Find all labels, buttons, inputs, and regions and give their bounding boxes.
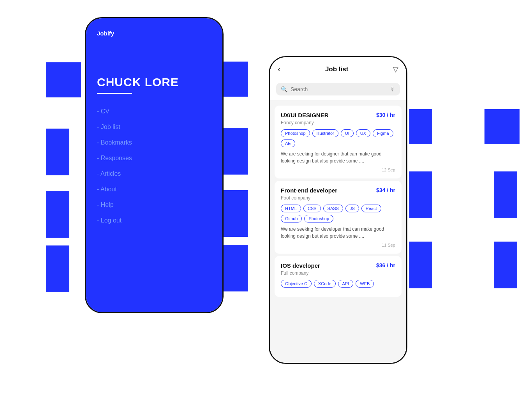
tag-xcode[interactable]: XCode bbox=[314, 280, 336, 288]
left-phone: Jobify CHUCK LORE - CV - Job list - Book… bbox=[85, 17, 224, 313]
menu-bookmarks[interactable]: - Bookmarks bbox=[97, 139, 211, 146]
job-list-header: ‹ Job list ▽ bbox=[270, 57, 406, 80]
menu-about[interactable]: - About bbox=[97, 186, 211, 193]
tag-sass[interactable]: SASS bbox=[323, 205, 343, 212]
job-title-1: UX/UI DESIGNER bbox=[281, 112, 329, 118]
job-company-2: Foot company bbox=[281, 195, 395, 201]
tag-html[interactable]: HTML bbox=[281, 205, 301, 212]
job-rate-2: $34 / hr bbox=[376, 187, 395, 193]
tag-api[interactable]: API bbox=[338, 280, 354, 288]
deco-sq14 bbox=[494, 242, 517, 288]
deco-sq12 bbox=[484, 109, 520, 144]
right-phone: ‹ Job list ▽ 🔍 🎙 UX/UI DESIGNER $30 / hr… bbox=[269, 56, 407, 364]
deco-sq3 bbox=[46, 191, 69, 238]
menu-help[interactable]: - Help bbox=[97, 201, 211, 208]
tag-photoshop2[interactable]: Photoshop bbox=[304, 215, 333, 222]
job-card-2[interactable]: Front-end developer $34 / hr Foot compan… bbox=[275, 181, 402, 254]
deco-sq2 bbox=[46, 129, 69, 175]
deco-sq7 bbox=[224, 190, 248, 237]
tag-ux[interactable]: UX bbox=[356, 129, 370, 137]
job-desc-2: We are seeking for developer that can ma… bbox=[281, 226, 395, 240]
job-desc-1: We are seeking for designer that can mak… bbox=[281, 150, 395, 164]
job-card-1[interactable]: UX/UI DESIGNER $30 / hr Fancy company Ph… bbox=[275, 106, 402, 178]
tag-photoshop[interactable]: Photoshop bbox=[281, 129, 310, 137]
job-tags-3: Objective C XCode API WEB bbox=[281, 280, 395, 288]
job-rate-1: $30 / hr bbox=[376, 112, 395, 118]
tag-css[interactable]: CSS bbox=[303, 205, 321, 212]
deco-sq11 bbox=[409, 242, 432, 288]
search-icon: 🔍 bbox=[281, 86, 287, 92]
tag-react[interactable]: React bbox=[361, 205, 381, 212]
tag-github[interactable]: Github bbox=[281, 215, 302, 222]
mic-icon[interactable]: 🎙 bbox=[390, 86, 395, 92]
job-card-1-header: UX/UI DESIGNER $30 / hr bbox=[281, 112, 395, 118]
deco-sq5 bbox=[224, 62, 248, 97]
job-company-1: Fancy company bbox=[281, 120, 395, 125]
job-date-1: 12 Sep bbox=[281, 168, 395, 172]
name-divider bbox=[97, 93, 132, 94]
search-section: 🔍 🎙 bbox=[270, 80, 406, 100]
menu-cv[interactable]: - CV bbox=[97, 108, 211, 115]
deco-sq9 bbox=[409, 109, 432, 144]
job-company-3: Full company bbox=[281, 270, 395, 276]
header-title: Job list bbox=[325, 65, 349, 73]
job-date-2: 11 Sep bbox=[281, 243, 395, 247]
job-title-3: IOS developer bbox=[281, 262, 320, 269]
menu-responses[interactable]: - Responses bbox=[97, 155, 211, 162]
menu-logout[interactable]: - Log out bbox=[97, 217, 211, 224]
search-bar: 🔍 🎙 bbox=[276, 83, 400, 95]
tag-web[interactable]: WEB bbox=[356, 280, 374, 288]
job-card-2-header: Front-end developer $34 / hr bbox=[281, 187, 395, 194]
job-tags-1: Photoshop Illustrator UI UX Figma AE bbox=[281, 129, 395, 147]
tag-illustrator[interactable]: Illustrator bbox=[312, 129, 338, 137]
job-card-3[interactable]: IOS developer $36 / hr Full company Obje… bbox=[275, 256, 402, 297]
deco-sq8 bbox=[224, 245, 248, 291]
deco-sq1 bbox=[46, 62, 81, 97]
deco-sq10 bbox=[409, 171, 432, 218]
deco-sq6 bbox=[224, 128, 248, 175]
job-tags-2: HTML CSS SASS JS React Github Photoshop bbox=[281, 205, 395, 222]
tag-objc[interactable]: Objective C bbox=[281, 280, 312, 288]
back-button[interactable]: ‹ bbox=[278, 64, 280, 74]
deco-sq13 bbox=[494, 171, 517, 218]
menu-articles[interactable]: - Articles bbox=[97, 170, 211, 177]
tag-js[interactable]: JS bbox=[345, 205, 359, 212]
job-list-content: UX/UI DESIGNER $30 / hr Fancy company Ph… bbox=[270, 100, 406, 363]
deco-sq4 bbox=[46, 245, 69, 292]
tag-figma[interactable]: Figma bbox=[373, 129, 393, 137]
tag-ae[interactable]: AE bbox=[281, 139, 295, 147]
filter-button[interactable]: ▽ bbox=[393, 65, 398, 74]
user-name: CHUCK LORE bbox=[97, 76, 211, 89]
job-title-2: Front-end developer bbox=[281, 187, 337, 194]
job-card-3-header: IOS developer $36 / hr bbox=[281, 262, 395, 269]
tag-ui[interactable]: UI bbox=[341, 129, 354, 137]
job-rate-3: $36 / hr bbox=[376, 262, 395, 268]
search-input[interactable] bbox=[291, 86, 387, 92]
app-name: Jobify bbox=[97, 30, 211, 37]
menu-joblist[interactable]: - Job list bbox=[97, 124, 211, 131]
